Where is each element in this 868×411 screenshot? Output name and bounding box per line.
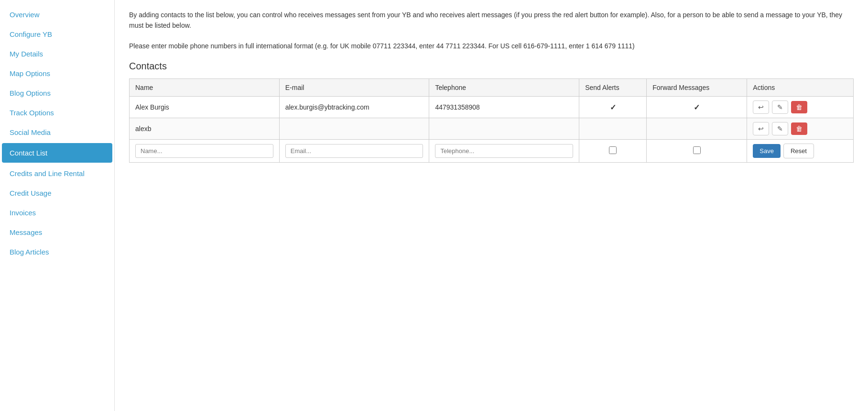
contacts-table: Name E-mail Telephone Send Alerts Forwar… [129, 78, 854, 163]
cell-actions: ↩✎🗑 [747, 97, 854, 118]
sidebar: OverviewConfigure YBMy DetailsMap Option… [0, 0, 115, 411]
sidebar-item-social-media[interactable]: Social Media [0, 122, 114, 142]
col-header-telephone: Telephone [429, 79, 579, 97]
save-button[interactable]: Save [753, 144, 781, 158]
delete-button[interactable]: 🗑 [791, 101, 807, 113]
cell-telephone [429, 118, 579, 140]
new-forward-messages-checkbox[interactable] [693, 146, 701, 154]
sidebar-item-blog-options[interactable]: Blog Options [0, 83, 114, 103]
col-header-name: Name [130, 79, 280, 97]
forward-button[interactable]: ↩ [753, 122, 769, 135]
intro-text-1: By adding contacts to the list below, yo… [129, 10, 854, 31]
new-email-cell [279, 140, 429, 163]
cell-send-alerts: ✓ [579, 97, 647, 118]
table-row: Alex Burgisalex.burgis@ybtracking.com447… [130, 97, 854, 118]
sidebar-item-contact-list[interactable]: Contact List [2, 143, 112, 163]
new-telephone-cell [429, 140, 579, 163]
cell-email [279, 118, 429, 140]
sidebar-item-map-options[interactable]: Map Options [0, 64, 114, 83]
new-send-alerts-cell [579, 140, 647, 163]
table-header-row: Name E-mail Telephone Send Alerts Forwar… [130, 79, 854, 97]
sidebar-item-invoices[interactable]: Invoices [0, 203, 114, 222]
cell-name: alexb [130, 118, 280, 140]
send-alerts-check: ✓ [585, 103, 640, 112]
new-send-alerts-checkbox[interactable] [609, 146, 617, 154]
cell-send-alerts [579, 118, 647, 140]
new-actions-cell: SaveReset [747, 140, 854, 163]
intro-text-2: Please enter mobile phone numbers in ful… [129, 41, 854, 51]
forward-button[interactable]: ↩ [753, 100, 769, 114]
edit-button[interactable]: ✎ [772, 100, 788, 114]
new-name-input[interactable] [135, 144, 273, 158]
forward-messages-check: ✓ [652, 103, 741, 112]
col-header-forward-messages: Forward Messages [647, 79, 747, 97]
cell-forward-messages: ✓ [647, 97, 747, 118]
col-header-email: E-mail [279, 79, 429, 97]
sidebar-item-blog-articles[interactable]: Blog Articles [0, 242, 114, 262]
reset-button[interactable]: Reset [783, 144, 814, 158]
main-content: By adding contacts to the list below, yo… [115, 0, 868, 411]
edit-button[interactable]: ✎ [772, 122, 788, 135]
contacts-title: Contacts [129, 61, 854, 72]
col-header-actions: Actions [747, 79, 854, 97]
sidebar-item-track-options[interactable]: Track Options [0, 103, 114, 122]
sidebar-item-credits-line-rental[interactable]: Credits and Line Rental [0, 164, 114, 183]
new-name-cell [130, 140, 280, 163]
cell-forward-messages [647, 118, 747, 140]
cell-name: Alex Burgis [130, 97, 280, 118]
sidebar-item-my-details[interactable]: My Details [0, 44, 114, 64]
col-header-send-alerts: Send Alerts [579, 79, 647, 97]
sidebar-item-messages[interactable]: Messages [0, 222, 114, 242]
new-email-input[interactable] [285, 144, 423, 158]
delete-button[interactable]: 🗑 [791, 122, 807, 135]
new-contact-row: SaveReset [130, 140, 854, 163]
sidebar-item-credit-usage[interactable]: Credit Usage [0, 183, 114, 203]
new-forward-messages-cell [647, 140, 747, 163]
sidebar-item-overview[interactable]: Overview [0, 5, 114, 24]
cell-telephone: 447931358908 [429, 97, 579, 118]
new-telephone-input[interactable] [435, 144, 573, 158]
sidebar-item-configure-yb[interactable]: Configure YB [0, 24, 114, 44]
cell-actions: ↩✎🗑 [747, 118, 854, 140]
table-row: alexb↩✎🗑 [130, 118, 854, 140]
cell-email: alex.burgis@ybtracking.com [279, 97, 429, 118]
